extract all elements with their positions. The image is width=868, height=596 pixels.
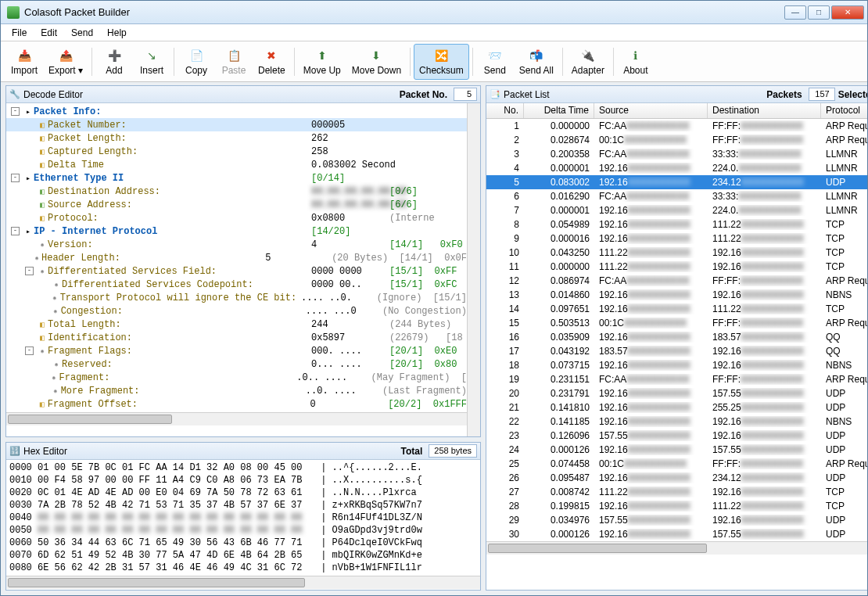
packet-row[interactable]: 170.043192183.57XXXXXXXXXX192.16XXXXXXXX… (486, 344, 867, 358)
decode-row[interactable]: ◉Fragment:.0.. ....(May Fragment) [ (6, 371, 467, 384)
decode-row[interactable]: -◉Differentiated Services Field:0000 000… (6, 264, 467, 278)
moveup-button[interactable]: ⬆Move Up (298, 44, 346, 80)
packet-row[interactable]: 30.200358FC:AAXXXXXXXXXX33:33:XXXXXXXXXX… (486, 147, 867, 161)
packet-row[interactable]: 270.008742111.22XXXXXXXXXX192.16XXXXXXXX… (486, 485, 867, 499)
packet-row[interactable]: 10.000000FC:AAXXXXXXXXXXFF:FF:XXXXXXXXXX… (486, 119, 867, 133)
hex-row[interactable]: 00200C 01 4E AD 4E AD 00 E0 04 69 7A 50 … (9, 486, 477, 499)
packet-row[interactable]: 120.086974FC:AAXXXXXXXXXXFF:FF:XXXXXXXXX… (486, 274, 867, 288)
packet-row[interactable]: 230.126096157.55XXXXXXXXXX192.16XXXXXXXX… (486, 429, 867, 443)
decode-row[interactable]: ◧Packet Length:262 (6, 131, 467, 145)
packet-row[interactable]: 50.083002192.16XXXXXXXXXX234.12XXXXXXXXX… (486, 175, 867, 189)
decode-row[interactable]: ◉Version:4[14/1] 0xF0 (6, 238, 467, 251)
hex-row[interactable]: 0050XX XX XX XX XX XX XX XX XX XX XX XX … (9, 524, 477, 537)
minimize-button[interactable]: — (784, 5, 806, 20)
packet-row[interactable]: 300.000126192.16XXXXXXXXXX157.55XXXXXXXX… (486, 527, 867, 541)
packet-row[interactable]: 180.073715192.16XXXXXXXXXX192.16XXXXXXXX… (486, 358, 867, 372)
packet-row[interactable]: 150.50351300:1CXXXXXXXXXXFF:FF:XXXXXXXXX… (486, 316, 867, 330)
decode-row[interactable]: ◧Protocol:0x0800(Interne (6, 211, 467, 224)
column-header-destination[interactable]: Destination (708, 103, 821, 118)
add-button[interactable]: ➕Add (95, 44, 133, 80)
plist-hscroll[interactable] (486, 541, 867, 555)
hex-row[interactable]: 00706D 62 51 49 52 4B 30 77 5A 47 4D 6E … (9, 549, 477, 562)
packet-list-rows[interactable]: 10.000000FC:AAXXXXXXXXXXFF:FF:XXXXXXXXXX… (486, 119, 867, 541)
packet-row[interactable]: 240.000126192.16XXXXXXXXXX157.55XXXXXXXX… (486, 443, 867, 457)
decode-row[interactable]: -▸Ethernet Type II[0/14] (6, 171, 467, 185)
tree-toggle[interactable]: - (11, 107, 20, 116)
hex-row[interactable]: 006050 36 34 44 63 6C 71 65 49 30 56 43 … (9, 537, 477, 549)
column-header-no-[interactable]: No. (486, 103, 524, 118)
checksum-button[interactable]: 🔀Checksum (414, 44, 469, 80)
decode-hscroll[interactable] (6, 412, 467, 425)
packet-row[interactable]: 100.043250111.22XXXXXXXXXX192.16XXXXXXXX… (486, 246, 867, 260)
hex-row[interactable]: 0040XX XX XX XX XX XX XX XX XX XX XX XX … (9, 512, 477, 524)
decode-row[interactable]: ◉Header Length:5(20 Bytes) [14/1] 0x0F (6, 251, 467, 264)
tree-toggle[interactable]: - (25, 267, 34, 275)
movedown-button[interactable]: ⬇Move Down (346, 44, 407, 80)
delete-button[interactable]: ✖Delete (253, 44, 291, 80)
decode-row[interactable]: -▸Packet Info: (6, 105, 467, 118)
decode-row[interactable]: -▸IP - Internet Protocol[14/20] (6, 224, 467, 238)
packet-row[interactable]: 190.231151FC:AAXXXXXXXXXXFF:FF:XXXXXXXXX… (486, 372, 867, 386)
tree-toggle[interactable]: - (11, 174, 20, 182)
packet-row[interactable]: 260.095487192.16XXXXXXXXXX234.12XXXXXXXX… (486, 471, 867, 485)
decode-row[interactable]: ◉More Fragment:..0. ....(Last Fragment) (6, 384, 467, 397)
hex-row[interactable]: 00806E 56 62 42 2B 31 57 31 46 4E 46 49 … (9, 562, 477, 574)
column-header-source[interactable]: Source (594, 103, 708, 118)
tree-toggle[interactable]: - (11, 227, 20, 235)
decode-row[interactable]: ◧Delta Time0.083002 Second (6, 158, 467, 171)
export-button[interactable]: 📤Export ▾ (43, 44, 88, 80)
packet-row[interactable]: 20.02867400:1CXXXXXXXXXXFF:FF:XXXXXXXXXX… (486, 133, 867, 147)
send-button[interactable]: 📨Send (476, 44, 514, 80)
packet-no-value[interactable]: 5 (454, 88, 477, 101)
tree-toggle[interactable]: - (25, 346, 34, 355)
packet-row[interactable]: 80.054989192.16XXXXXXXXXX111.22XXXXXXXXX… (486, 217, 867, 232)
hex-row[interactable]: 000001 00 5E 7B 0C 01 FC AA 14 D1 32 A0 … (9, 461, 477, 474)
decode-row[interactable]: ◧Source Address:XX:XX:XX:XX:XX:XX[6/6] (6, 198, 467, 211)
sendall-button[interactable]: 📬Send All (514, 44, 559, 80)
decode-row[interactable]: ◧Total Length:244(244 Bytes) (6, 318, 467, 331)
packet-row[interactable]: 130.014860192.16XXXXXXXXXX192.16XXXXXXXX… (486, 288, 867, 302)
packet-row[interactable]: 220.141185192.16XXXXXXXXXX192.16XXXXXXXX… (486, 415, 867, 429)
packet-row[interactable]: 70.000001192.16XXXXXXXXXX224.0.XXXXXXXXX… (486, 203, 867, 217)
column-header-protocol[interactable]: Protocol (821, 103, 867, 118)
menu-help[interactable]: Help (101, 26, 133, 40)
decode-row[interactable]: ◧Destination Address:XX:XX:XX:XX:XX:XX[0… (6, 185, 467, 198)
hex-hscroll[interactable] (6, 576, 480, 589)
insert-button[interactable]: ↘Insert (133, 44, 170, 80)
menu-file[interactable]: File (5, 26, 33, 40)
decode-row[interactable]: ◉Reserved:0... ....[20/1] 0x80 (6, 357, 467, 371)
column-header-delta-time[interactable]: Delta Time (524, 103, 594, 118)
packet-row[interactable]: 210.141810192.16XXXXXXXXXX255.25XXXXXXXX… (486, 400, 867, 415)
decode-row[interactable]: -◉Fragment Flags:000. ....[20/1] 0xE0 (6, 344, 467, 357)
hex-row[interactable]: 00307A 2B 78 52 4B 42 71 53 71 35 37 4B … (9, 499, 477, 512)
about-button[interactable]: ℹAbout (617, 44, 655, 80)
menu-edit[interactable]: Edit (34, 26, 63, 40)
packet-row[interactable]: 200.231791192.16XXXXXXXXXX157.55XXXXXXXX… (486, 386, 867, 400)
decode-row[interactable]: ◧Captured Length:258 (6, 145, 467, 158)
decode-vscroll[interactable] (467, 103, 480, 436)
packet-row[interactable]: 160.035909192.16XXXXXXXXXX183.57XXXXXXXX… (486, 330, 867, 344)
decode-row[interactable]: ◉Transport Protocol will ignore the CE b… (6, 291, 467, 304)
packet-row[interactable]: 90.000016192.16XXXXXXXXXX111.22XXXXXXXXX… (486, 232, 867, 246)
packet-row[interactable]: 140.097651192.16XXXXXXXXXX111.22XXXXXXXX… (486, 302, 867, 316)
packet-row[interactable]: 280.199815192.16XXXXXXXXXX111.22XXXXXXXX… (486, 499, 867, 513)
close-button[interactable]: ✕ (831, 5, 864, 20)
hex-content[interactable]: 000001 00 5E 7B 0C 01 FC AA 14 D1 32 A0 … (6, 460, 480, 576)
decode-row[interactable]: ◉Differentiated Services Codepoint:0000 … (6, 278, 467, 291)
packet-row[interactable]: 110.000000111.22XXXXXXXXXX192.16XXXXXXXX… (486, 260, 867, 274)
decode-row[interactable]: ◧Fragment Offset:0[20/2] 0x1FFF (6, 397, 467, 411)
import-button[interactable]: 📥Import (5, 44, 43, 80)
decode-row[interactable]: ◧Identification:0x5897(22679) [18 (6, 331, 467, 344)
maximize-button[interactable]: □ (808, 5, 830, 20)
packet-row[interactable]: 250.07445800:1CXXXXXXXXXXFF:FF:XXXXXXXXX… (486, 457, 867, 471)
decode-row[interactable]: ◉Congestion:.... ...0(No Congestion) (6, 304, 467, 318)
decode-row[interactable]: ◧Packet Number:000005 (6, 118, 467, 131)
menu-send[interactable]: Send (65, 26, 99, 40)
hex-row[interactable]: 001000 F4 58 97 00 00 FF 11 A4 C9 C0 A8 … (9, 474, 477, 486)
decode-tree[interactable]: -▸Packet Info:◧Packet Number:000005◧Pack… (6, 103, 467, 412)
copy-button[interactable]: 📄Copy (178, 44, 215, 80)
packet-row[interactable]: 40.000001192.16XXXXXXXXXX224.0.XXXXXXXXX… (486, 161, 867, 175)
packet-row[interactable]: 290.034976157.55XXXXXXXXXX192.16XXXXXXXX… (486, 513, 867, 527)
adapter-button[interactable]: 🔌Adapter (566, 44, 610, 80)
packet-row[interactable]: 60.016290FC:AAXXXXXXXXXX33:33:XXXXXXXXXX… (486, 189, 867, 203)
